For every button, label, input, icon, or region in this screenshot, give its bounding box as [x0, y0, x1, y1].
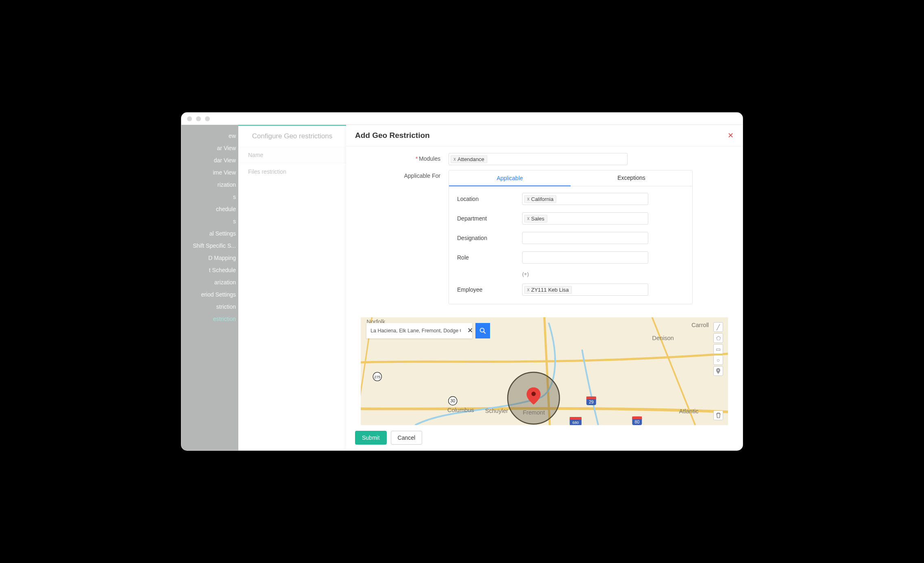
search-icon [479, 327, 486, 334]
remove-tag-icon[interactable]: x [527, 196, 530, 202]
svg-text:680: 680 [573, 421, 579, 425]
window-close-dot[interactable] [187, 116, 192, 121]
app-window: ewar Viewdar Viewime Viewrizationschedul… [181, 113, 743, 450]
role-label: Role [457, 254, 522, 261]
svg-rect-23 [632, 417, 642, 419]
svg-rect-20 [570, 417, 582, 420]
submit-button[interactable]: Submit [355, 431, 387, 445]
applicable-for-panel: Applicable Exceptions Location xCaliforn… [449, 170, 693, 304]
draw-rectangle-icon[interactable]: ▭ [713, 344, 723, 354]
svg-point-25 [480, 328, 484, 332]
tab-applicable[interactable]: Applicable [449, 171, 571, 186]
employee-tag[interactable]: xZY111 Keb Lisa [524, 286, 572, 294]
list-name-header: Name [238, 147, 346, 163]
sidebar-item[interactable]: t Schedule [181, 264, 238, 276]
remove-tag-icon[interactable]: x [453, 156, 456, 162]
search-button[interactable] [475, 323, 490, 338]
employee-input[interactable]: xZY111 Keb Lisa [522, 284, 648, 296]
tab-exceptions[interactable]: Exceptions [571, 170, 692, 186]
sidebar-item[interactable]: D Mapping [181, 252, 238, 264]
sidebar-item[interactable]: ew [181, 130, 238, 142]
location-tag[interactable]: xCalifornia [524, 195, 556, 203]
svg-rect-17 [586, 397, 596, 399]
window-zoom-dot[interactable] [205, 116, 210, 121]
svg-text:Carroll: Carroll [691, 322, 709, 328]
svg-text:80: 80 [635, 419, 640, 424]
modules-input[interactable]: xAttendance [449, 153, 628, 165]
sidebar-item[interactable]: s [181, 191, 238, 203]
svg-text:Columbus: Columbus [447, 407, 474, 413]
svg-point-27 [717, 369, 719, 371]
svg-text:Fremont: Fremont [523, 409, 545, 416]
map[interactable]: Norfolk Columbus Schuyler Fremont Deniso… [361, 317, 728, 425]
geo-list-panel: Configure Geo restrictions Name Files re… [238, 125, 346, 450]
applicable-for-label: Applicable For [404, 172, 441, 179]
remove-tag-icon[interactable]: x [527, 216, 530, 221]
svg-line-26 [484, 332, 486, 334]
add-role-button[interactable]: (+) [522, 271, 684, 277]
sidebar-item[interactable]: chedule [181, 203, 238, 215]
department-input[interactable]: xSales [522, 212, 648, 225]
sidebar-item[interactable]: rization [181, 179, 238, 191]
draw-marker-icon[interactable] [713, 366, 723, 376]
svg-text:30: 30 [450, 398, 455, 403]
sidebar-item[interactable]: Shift Specific S... [181, 240, 238, 252]
department-label: Department [457, 215, 522, 222]
remove-tag-icon[interactable]: x [527, 287, 530, 292]
draw-circle-icon[interactable]: ○ [713, 355, 723, 365]
designation-input[interactable] [522, 232, 648, 244]
svg-point-2 [532, 392, 536, 396]
sidebar-item[interactable]: estriction [181, 313, 238, 325]
location-input[interactable]: xCalifornia [522, 193, 648, 205]
dialog-title: Add Geo Restriction [355, 131, 430, 140]
content-area: ewar Viewdar Viewime Viewrizationschedul… [181, 125, 743, 450]
sidebar-item[interactable]: arization [181, 276, 238, 288]
delete-shape-icon[interactable] [713, 410, 723, 420]
svg-text:Schuyler: Schuyler [485, 408, 508, 414]
sidebar-item[interactable]: ar View [181, 142, 238, 154]
svg-text:Atlantic: Atlantic [679, 408, 699, 415]
sidebar-item[interactable]: striction [181, 301, 238, 313]
department-tag[interactable]: xSales [524, 215, 547, 223]
left-nav: ewar Viewdar Viewime Viewrizationschedul… [181, 125, 238, 450]
modules-label: Modules [419, 155, 440, 162]
sidebar-item[interactable]: dar View [181, 154, 238, 166]
map-search: ✕ [366, 323, 490, 338]
draw-polygon-icon[interactable]: ⬠ [713, 333, 723, 343]
svg-text:Denison: Denison [652, 335, 674, 341]
add-geo-restriction-dialog: Add Geo Restriction ✕ *Modules xAttendan… [346, 125, 743, 450]
svg-text:29: 29 [589, 399, 594, 404]
list-panel-title: Configure Geo restrictions [238, 126, 346, 147]
titlebar [181, 113, 743, 125]
svg-text:275: 275 [374, 375, 380, 379]
draw-line-icon[interactable]: ╱ [713, 322, 723, 332]
employee-label: Employee [457, 286, 522, 293]
sidebar-item[interactable]: ime View [181, 166, 238, 179]
module-tag[interactable]: xAttendance [451, 155, 487, 163]
map-draw-toolbar: ╱ ⬠ ▭ ○ [713, 322, 723, 376]
sidebar-item[interactable]: al Settings [181, 227, 238, 240]
clear-search-icon[interactable]: ✕ [467, 326, 473, 335]
list-item[interactable]: Files restriction [238, 163, 346, 180]
close-icon[interactable]: ✕ [728, 131, 734, 140]
role-input[interactable] [522, 251, 648, 264]
sidebar-item[interactable]: s [181, 215, 238, 227]
map-search-input[interactable] [366, 323, 472, 338]
window-minimize-dot[interactable] [196, 116, 201, 121]
cancel-button[interactable]: Cancel [391, 431, 423, 445]
location-label: Location [457, 196, 522, 202]
sidebar-item[interactable]: eriod Settings [181, 288, 238, 301]
designation-label: Designation [457, 235, 522, 241]
